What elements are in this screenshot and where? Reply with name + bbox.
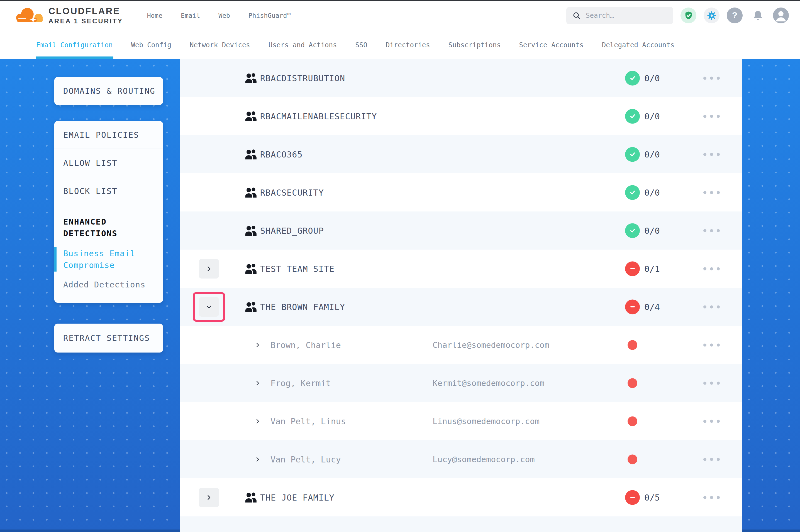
group-icon — [244, 225, 257, 237]
member-name: Van Pelt, Lucy — [271, 454, 341, 464]
enhanced-detections-section: ENHANCED DETECTIONS Business Email Compr… — [54, 205, 163, 301]
row-actions-menu[interactable] — [702, 493, 721, 502]
group-name: RBACO365 — [260, 149, 303, 159]
tab-directories[interactable]: Directories — [386, 31, 430, 59]
sidebar-item-email-policies[interactable]: EMAIL POLICIES — [54, 121, 163, 149]
table-row-member: Van Pelt, Linus Linus@somedemocorp.com — [180, 402, 742, 440]
member-name: Van Pelt, Linus — [271, 416, 346, 426]
domains-routing-label: DOMAINS & ROUTING — [63, 86, 156, 96]
group-icon — [244, 110, 257, 122]
row-actions-menu[interactable] — [702, 226, 721, 235]
tab-sso[interactable]: SSO — [355, 31, 367, 59]
sidebar-item-added-detections[interactable]: Added Detections — [63, 280, 154, 301]
group-name: THE JOE FAMILY — [260, 493, 334, 502]
tab-subscriptions[interactable]: Subscriptions — [449, 31, 501, 59]
member-email: Lucy@somedemocorp.com — [433, 455, 535, 464]
security-shield-button[interactable] — [680, 7, 696, 23]
cloudflare-cloud-icon — [15, 6, 44, 24]
member-name: Frog, Kermit — [271, 378, 331, 388]
group-name: THE BROWN FAMILY — [260, 302, 345, 311]
table-row-group: RBACSECURITY 0/0 — [180, 173, 742, 211]
row-actions-menu[interactable] — [702, 188, 721, 197]
status-badge-pass — [625, 109, 640, 124]
sidebar-card-retract-settings[interactable]: RETRACT SETTINGS — [54, 324, 163, 353]
tab-users-and-actions[interactable]: Users and Actions — [269, 31, 337, 59]
status-count: 0/0 — [644, 111, 660, 121]
status-count: 0/0 — [644, 188, 660, 197]
shield-check-icon — [684, 11, 693, 20]
table-row-group: TEST TEAM SITE 0/1 — [180, 250, 742, 288]
row-actions-menu[interactable] — [702, 111, 721, 121]
status-badge-pass — [625, 147, 640, 162]
row-actions-menu[interactable] — [702, 149, 721, 159]
chevron-right-icon — [254, 342, 261, 348]
table-row-member: Frog, Kermit Kermit@somedemocorp.com — [180, 364, 742, 402]
expand-row-button[interactable] — [199, 488, 219, 507]
member-expand-chevron[interactable] — [254, 456, 261, 463]
settings-button[interactable] — [704, 7, 720, 23]
status-badge-fail — [625, 299, 640, 314]
top-nav-home[interactable]: Home — [147, 12, 162, 19]
gear-icon — [707, 11, 717, 21]
sidebar-item-enhanced-detections[interactable]: ENHANCED DETECTIONS — [63, 216, 154, 239]
status-count: 0/0 — [644, 73, 660, 83]
active-item-indicator — [54, 247, 57, 271]
bell-icon — [752, 10, 764, 21]
notifications-button[interactable] — [750, 7, 766, 23]
sidebar-item-block-list[interactable]: BLOCK LIST — [54, 177, 163, 205]
row-actions-menu[interactable] — [702, 302, 721, 311]
status-count: 0/1 — [644, 264, 660, 274]
status-badge-pass — [625, 71, 640, 86]
group-icon — [244, 186, 257, 199]
member-name: Brown, Charlie — [271, 340, 341, 350]
status-badge-fail — [625, 261, 640, 276]
tab-web-config[interactable]: Web Config — [131, 31, 171, 59]
group-icon — [244, 72, 257, 84]
brand-subtitle: AREA 1 SECURITY — [49, 18, 123, 24]
row-actions-menu[interactable] — [702, 416, 721, 426]
user-avatar-icon — [773, 7, 789, 23]
member-email: Linus@somedemocorp.com — [433, 417, 540, 426]
search-icon — [572, 12, 581, 20]
group-name: RBACSECURITY — [260, 188, 324, 197]
account-avatar-button[interactable] — [773, 7, 789, 23]
tab-delegated-accounts[interactable]: Delegated Accounts — [602, 31, 674, 59]
group-name: TEST TEAM SITE — [260, 264, 334, 273]
row-actions-menu[interactable] — [702, 454, 721, 464]
row-actions-menu[interactable] — [702, 378, 721, 388]
member-status-dot — [628, 416, 637, 426]
sidebar-panel: DOMAINS & ROUTING EMAIL POLICIES ALLOW L… — [0, 59, 180, 532]
search-input[interactable] — [586, 12, 671, 19]
top-nav-web[interactable]: Web — [218, 12, 230, 19]
member-expand-chevron[interactable] — [254, 418, 261, 424]
row-actions-menu[interactable] — [702, 73, 721, 83]
member-expand-chevron[interactable] — [254, 342, 261, 348]
tab-service-accounts[interactable]: Service Accounts — [519, 31, 584, 59]
top-nav-email[interactable]: Email — [181, 12, 200, 19]
group-name: RBACDISTRUBUTION — [260, 73, 345, 83]
row-actions-menu[interactable] — [702, 264, 721, 273]
expand-row-button[interactable] — [199, 259, 219, 279]
header-actions: ? — [566, 7, 789, 24]
email-policies-label: EMAIL POLICIES — [63, 130, 139, 140]
added-detections-label: Added Detections — [63, 280, 145, 289]
help-button[interactable]: ? — [727, 7, 743, 23]
tab-email-configuration[interactable]: Email Configuration — [36, 31, 113, 59]
table-row-partial — [180, 516, 742, 532]
status-count: 0/5 — [644, 493, 660, 502]
table-row-group: RBACMAILENABLESECURITY 0/0 — [180, 97, 742, 135]
window-top-edge — [0, 0, 800, 1]
tab-network-devices[interactable]: Network Devices — [190, 31, 250, 59]
table-row-member: Van Pelt, Lucy Lucy@somedemocorp.com — [180, 440, 742, 478]
member-expand-chevron[interactable] — [254, 380, 261, 386]
search-box[interactable] — [566, 7, 673, 24]
group-icon — [244, 148, 257, 160]
sidebar-item-business-email-compromise[interactable]: Business Email Compromise — [63, 248, 154, 271]
cloudflare-logo[interactable]: CLOUDFLARE AREA 1 SECURITY — [15, 6, 123, 25]
sidebar-item-allow-list[interactable]: ALLOW LIST — [54, 149, 163, 177]
row-actions-menu[interactable] — [702, 340, 721, 350]
sidebar-card-domains-routing[interactable]: DOMAINS & ROUTING — [54, 77, 163, 105]
group-icon — [244, 301, 257, 313]
config-tab-bar: Email Configuration Web Config Network D… — [0, 31, 800, 59]
top-nav-phishguard[interactable]: PhishGuard™ — [249, 12, 291, 19]
